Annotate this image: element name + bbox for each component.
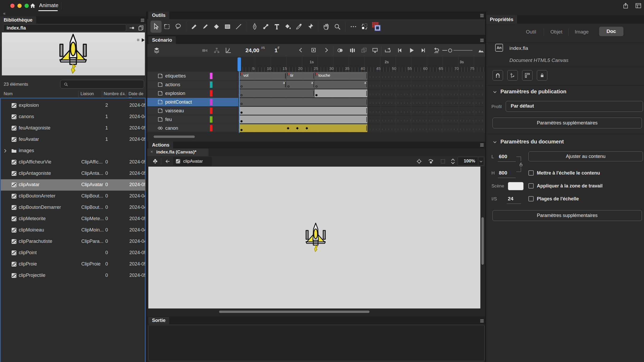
- next-keyframe-icon[interactable]: [323, 47, 329, 53]
- output-tab[interactable]: Sortie: [148, 317, 169, 324]
- frame-span[interactable]: [239, 124, 367, 132]
- workspace-icon[interactable]: [635, 2, 642, 9]
- pin-tool[interactable]: [305, 21, 316, 33]
- tab-outil[interactable]: Outil: [520, 27, 542, 37]
- fluid-brush-tool[interactable]: [189, 21, 200, 33]
- frame-ruler[interactable]: 510152025303540455055606570751s2s3s: [147, 57, 485, 72]
- timeline-hscrollbar[interactable]: [154, 136, 195, 138]
- publish-section-header[interactable]: Paramètres de publication: [500, 89, 566, 95]
- hand-tool[interactable]: [321, 21, 332, 33]
- layer-color-swatch[interactable]: [210, 108, 212, 114]
- timeline-layer-row[interactable]: vaisseau: [147, 107, 484, 115]
- frame-span[interactable]: [239, 107, 367, 115]
- library-item[interactable]: explosion22024-05: [1, 100, 145, 111]
- wh-link-lock[interactable]: [518, 161, 524, 167]
- publish-more-settings-button[interactable]: Paramètres supplémentaires: [493, 118, 642, 128]
- properties-tab[interactable]: Propriétés: [486, 15, 517, 24]
- actions-tab[interactable]: Actions: [148, 142, 173, 148]
- share-icon[interactable]: [622, 2, 629, 9]
- traffic-light-zoom[interactable]: [25, 4, 29, 8]
- section-chevron-icon[interactable]: [493, 140, 497, 144]
- section-chevron-icon[interactable]: [493, 90, 497, 94]
- timeline-layer-row[interactable]: actionsaaa: [147, 80, 484, 89]
- clip-bounds-icon[interactable]: [440, 158, 446, 165]
- frame-span[interactable]: [239, 98, 367, 106]
- timeline-tab[interactable]: Scénario: [148, 36, 176, 44]
- library-item[interactable]: clipAntagonisteClipAnta...02024-05: [1, 168, 145, 179]
- traffic-light-minimize[interactable]: [17, 4, 22, 8]
- output-menu-icon[interactable]: [479, 318, 485, 323]
- selection-tool[interactable]: [150, 21, 162, 33]
- frame-span[interactable]: a: [239, 81, 286, 89]
- output-console[interactable]: [148, 325, 485, 361]
- column-header-liaison[interactable]: Liaison: [80, 91, 94, 96]
- scale-content-checkbox[interactable]: [528, 170, 534, 176]
- pen-tool[interactable]: [249, 21, 260, 33]
- preview-stop-icon[interactable]: [137, 39, 139, 41]
- layer-name-cell[interactable]: actions: [147, 80, 238, 89]
- document-tab-animate[interactable]: Animate: [39, 2, 58, 8]
- rulers-toggle[interactable]: [522, 70, 533, 81]
- library-item[interactable]: images: [1, 145, 145, 157]
- frame-span[interactable]: tir: [286, 72, 315, 80]
- layer-name-cell[interactable]: vaisseau: [147, 107, 238, 115]
- classic-brush-tool[interactable]: [200, 21, 211, 33]
- more-tools-button[interactable]: [348, 21, 359, 33]
- tab-image[interactable]: Image: [571, 27, 593, 37]
- layer-color-swatch[interactable]: [210, 81, 212, 88]
- snap-align-toggle[interactable]: [507, 70, 518, 81]
- actions-menu-icon[interactable]: [479, 143, 485, 147]
- width-value[interactable]: 600: [499, 154, 507, 160]
- library-item[interactable]: feuAvatar12024-05: [1, 134, 145, 145]
- timeline-layer-row[interactable]: pointContact: [147, 98, 484, 107]
- layer-name-cell[interactable]: feu: [147, 115, 238, 124]
- timeline-layer-row[interactable]: canon: [147, 124, 484, 133]
- zoom-fit-icon[interactable]: [478, 47, 485, 54]
- current-frame-value[interactable]: 1: [274, 47, 278, 54]
- new-library-panel-icon[interactable]: [138, 25, 144, 31]
- timeline-layer-row[interactable]: explosion: [147, 89, 484, 98]
- height-value[interactable]: 800: [499, 170, 507, 176]
- library-item[interactable]: clipProjectile02024-05: [1, 270, 145, 281]
- layer-color-swatch[interactable]: [210, 125, 212, 131]
- asset-warp-tool[interactable]: [260, 21, 271, 33]
- library-item[interactable]: clipBoutonArreterClipBout...02024-04: [1, 191, 145, 202]
- library-item[interactable]: clipMeteoriteClipMete...02024-05: [1, 213, 145, 225]
- paint-bucket-tool[interactable]: [282, 21, 293, 33]
- home-icon[interactable]: [30, 3, 36, 9]
- frame-span[interactable]: [314, 89, 367, 97]
- lock-guides-toggle[interactable]: [537, 70, 547, 81]
- fill-stroke-colors[interactable]: [370, 21, 381, 33]
- canvas-vscrollbar[interactable]: [481, 217, 484, 265]
- insert-frame-icon[interactable]: [372, 47, 378, 54]
- center-stage-icon[interactable]: [416, 158, 422, 165]
- line-tool[interactable]: [233, 21, 244, 33]
- fit-to-content-button[interactable]: Ajuster au contenu: [528, 151, 643, 161]
- library-search-input[interactable]: [60, 80, 144, 89]
- doc-section-header[interactable]: Paramètres du document: [500, 139, 564, 145]
- library-item[interactable]: canons12024-04: [1, 111, 145, 123]
- tools-tab[interactable]: Outils: [148, 12, 169, 19]
- frame-span[interactable]: vol: [239, 72, 286, 80]
- back-icon[interactable]: [165, 158, 171, 164]
- expander-icon[interactable]: [3, 148, 8, 153]
- center-frame-icon[interactable]: [310, 47, 317, 53]
- timeline-menu-icon[interactable]: [479, 38, 485, 43]
- onion-skin-icon[interactable]: [337, 47, 344, 54]
- zoom-tool[interactable]: [332, 21, 343, 33]
- fps-value[interactable]: 24,00: [245, 47, 259, 54]
- frame-span[interactable]: [239, 89, 314, 97]
- layer-color-swatch[interactable]: [210, 73, 212, 79]
- rectangle-tool[interactable]: [222, 21, 233, 33]
- library-item[interactable]: clipBoutonDemarrerClipBout...02024-04: [1, 202, 145, 213]
- play-icon[interactable]: [408, 47, 415, 54]
- collapse-panel-button[interactable]: «: [3, 11, 6, 16]
- apply-workspace-checkbox[interactable]: [528, 183, 534, 189]
- frame-span[interactable]: [239, 115, 367, 123]
- profile-select[interactable]: Par défaut: [506, 101, 643, 112]
- scale-ranges-checkbox[interactable]: [528, 196, 534, 201]
- tools-menu-icon[interactable]: [479, 13, 485, 18]
- library-item[interactable]: clipAvatarClipAvatar02024-05: [1, 179, 145, 191]
- traffic-light-close[interactable]: [10, 4, 15, 8]
- frame-span[interactable]: touche: [314, 72, 367, 80]
